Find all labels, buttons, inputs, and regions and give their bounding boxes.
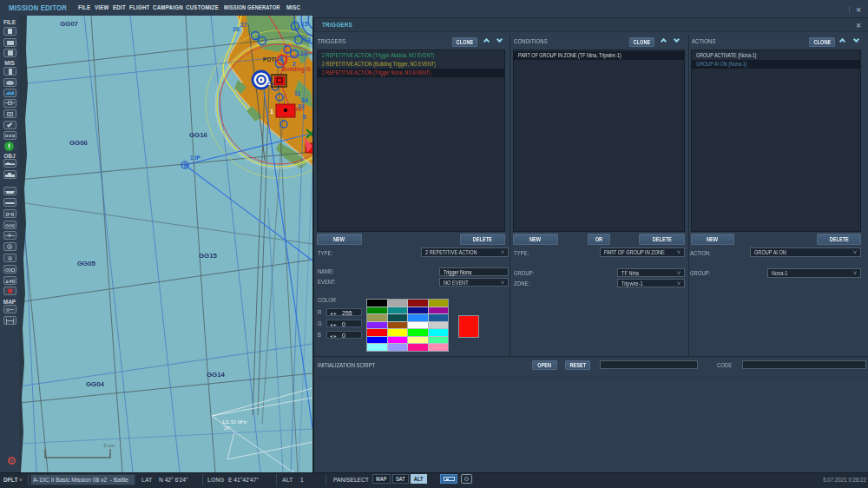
svg-text:Building G: Building G: [282, 66, 311, 73]
svg-text:15: 15: [301, 21, 308, 27]
svg-text:11: 11: [294, 90, 301, 96]
svg-text:1: 1: [270, 109, 273, 115]
svg-text:27: 27: [240, 22, 247, 28]
svg-text:GG07: GG07: [60, 20, 79, 28]
svg-text:GG16: GG16: [189, 131, 208, 139]
svg-text:GG04: GG04: [86, 380, 105, 388]
svg-text:6: 6: [303, 114, 306, 120]
svg-text:1:IP: 1:IP: [190, 155, 201, 161]
svg-text:26: 26: [233, 26, 240, 32]
svg-text:3 nm: 3 nm: [103, 443, 115, 448]
svg-text:26°: 26°: [224, 425, 231, 431]
svg-text:GG05: GG05: [77, 260, 96, 267]
svg-text:24: 24: [301, 97, 308, 103]
svg-text:GG06: GG06: [69, 139, 89, 147]
svg-text:14: 14: [304, 36, 311, 43]
svg-text:GG14: GG14: [207, 371, 226, 379]
svg-text:13: 13: [300, 50, 307, 56]
svg-text:1: 1: [267, 80, 271, 86]
svg-text:111.50 MHz: 111.50 MHz: [222, 419, 247, 425]
svg-text:POTI: POTI: [263, 56, 276, 63]
svg-text:GG15: GG15: [199, 252, 218, 260]
